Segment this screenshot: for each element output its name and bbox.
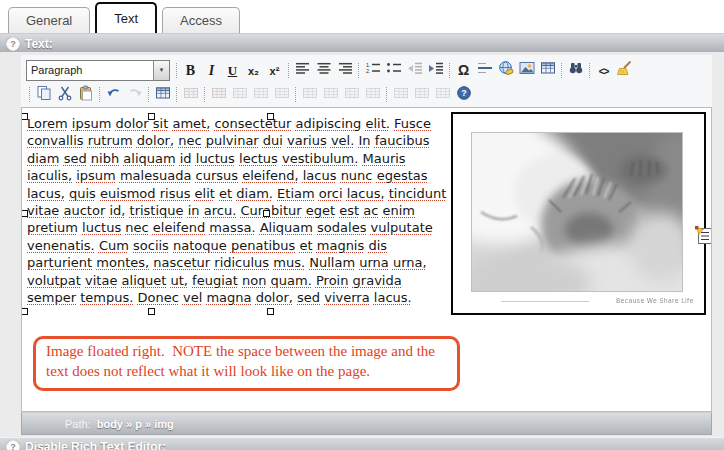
- table-button[interactable]: [537, 60, 558, 80]
- delete_col-button: [341, 85, 362, 105]
- inserttable-button[interactable]: [152, 85, 173, 105]
- bold-icon: B: [186, 61, 195, 79]
- tab-general[interactable]: General: [8, 7, 90, 33]
- selection-handle[interactable]: [148, 308, 155, 315]
- path-value[interactable]: body » p » img: [97, 418, 174, 430]
- selection-handle[interactable]: [21, 308, 28, 315]
- format-select-value: Paragraph: [27, 64, 153, 76]
- text-section-header: ? Text:: [0, 33, 724, 53]
- charmap-button[interactable]: Ω: [453, 60, 474, 80]
- misspelled-word: ipsum: [72, 116, 112, 131]
- inserted-image[interactable]: Because We Share Life: [451, 112, 706, 315]
- misspelled-word: Mauris: [362, 151, 405, 166]
- misspelled-word: auctor: [64, 203, 106, 218]
- undo-button[interactable]: [103, 85, 124, 105]
- delete_table-icon: [435, 85, 451, 105]
- misspelled-word: ac: [363, 203, 378, 218]
- dropdown-arrow-icon: ▼: [153, 61, 169, 80]
- bold-button[interactable]: B: [180, 60, 201, 80]
- code-button[interactable]: <>: [593, 60, 614, 80]
- misspelled-word: volutpat: [27, 273, 81, 288]
- selection-handle[interactable]: [267, 113, 274, 120]
- misspelled-word: diam: [27, 151, 60, 166]
- superscript-button[interactable]: x²: [264, 60, 285, 80]
- misspelled-word: vitae: [27, 203, 59, 218]
- row_before-icon: [232, 85, 248, 105]
- misspelled-word: luctus: [82, 220, 121, 235]
- image-button[interactable]: [516, 60, 537, 80]
- toolbar-separator: [358, 63, 359, 78]
- toolbar-separator: [561, 63, 562, 78]
- search-icon: [568, 60, 584, 80]
- rich-text-editor: Paragraph ▼ BIUx₂x²1.2.Ω<> ? Lorem ipsum…: [21, 55, 712, 435]
- hr-button[interactable]: [474, 60, 495, 80]
- editor-content-area[interactable]: Lorem ipsum dolor sit amet, consectetur …: [21, 107, 712, 412]
- superscript-icon: x²: [270, 61, 280, 79]
- svg-text:?: ?: [461, 88, 467, 98]
- cut-button[interactable]: [54, 85, 75, 105]
- format-select[interactable]: Paragraph ▼: [26, 60, 170, 81]
- search-button[interactable]: [565, 60, 586, 80]
- hr-icon: [477, 60, 493, 80]
- selection-handle[interactable]: [21, 210, 28, 217]
- table-icon: [540, 60, 556, 80]
- misspelled-word: ridiculus: [214, 255, 269, 270]
- help-button[interactable]: ?: [453, 85, 474, 105]
- misspelled-word: varius: [287, 133, 327, 148]
- col_before-icon: [302, 85, 318, 105]
- selection-handle[interactable]: [148, 113, 155, 120]
- misspelled-word: Cum: [99, 238, 129, 253]
- misspelled-word: tincidunt: [389, 186, 447, 201]
- misspelled-word: urna: [359, 255, 389, 270]
- photo-woman-kitten: [471, 132, 683, 292]
- bullist-button[interactable]: [383, 60, 404, 80]
- selection-handle[interactable]: [21, 113, 28, 120]
- misspelled-word: quis: [69, 186, 96, 201]
- misspelled-word: vulputate: [371, 220, 433, 235]
- misspelled-word: gravida: [353, 273, 402, 288]
- misspelled-word: ut,: [171, 273, 188, 288]
- paste-button[interactable]: [75, 85, 96, 105]
- justifycenter-button[interactable]: [313, 60, 334, 80]
- numlist-button[interactable]: 1.2.: [362, 60, 383, 80]
- misspelled-word: eleifend: [153, 220, 205, 235]
- selection-handle[interactable]: [267, 308, 274, 315]
- help-icon[interactable]: ?: [6, 37, 20, 51]
- misspelled-word: lectus: [239, 151, 278, 166]
- misspelled-word: quam.: [271, 273, 312, 288]
- justifyleft-button[interactable]: [292, 60, 313, 80]
- justifyright-button[interactable]: [334, 60, 355, 80]
- cleanup-button[interactable]: [614, 60, 635, 80]
- row_before-button: [229, 85, 250, 105]
- redo-icon: [127, 85, 143, 105]
- text-section-label: Text:: [25, 37, 53, 51]
- toolbar-separator: [288, 63, 289, 78]
- code-icon: <>: [599, 61, 609, 79]
- tab-access[interactable]: Access: [162, 7, 240, 33]
- tab-text[interactable]: Text: [95, 2, 157, 33]
- misspelled-word: faucibus: [375, 133, 430, 148]
- image-attributes-gadget[interactable]: [695, 226, 712, 244]
- misspelled-word: sed: [297, 290, 320, 305]
- table_props-button: [411, 85, 432, 105]
- subscript-button[interactable]: x₂: [243, 60, 264, 80]
- link-button[interactable]: [495, 60, 516, 80]
- numlist-icon: 1.2.: [365, 60, 381, 80]
- misspelled-word: et: [219, 186, 232, 201]
- italic-button[interactable]: I: [201, 60, 222, 80]
- misspelled-word: iaculis,: [27, 168, 72, 183]
- outdent-icon: [407, 60, 423, 80]
- disable-rte-label: Disable Rich Text Editor:: [25, 440, 166, 450]
- toolbar-separator: [589, 63, 590, 78]
- indent-button[interactable]: [425, 60, 446, 80]
- delete_table-button: [432, 85, 453, 105]
- misspelled-word: rutrum: [88, 133, 133, 148]
- copy-button[interactable]: [33, 85, 54, 105]
- misspelled-word: vel: [183, 290, 202, 305]
- selection-handle[interactable]: [263, 210, 270, 217]
- underline-button[interactable]: U: [222, 60, 243, 80]
- misspelled-word: In: [358, 133, 370, 148]
- indent-icon: [428, 60, 444, 80]
- help-icon: ?: [456, 85, 472, 105]
- help-icon[interactable]: ?: [6, 440, 20, 450]
